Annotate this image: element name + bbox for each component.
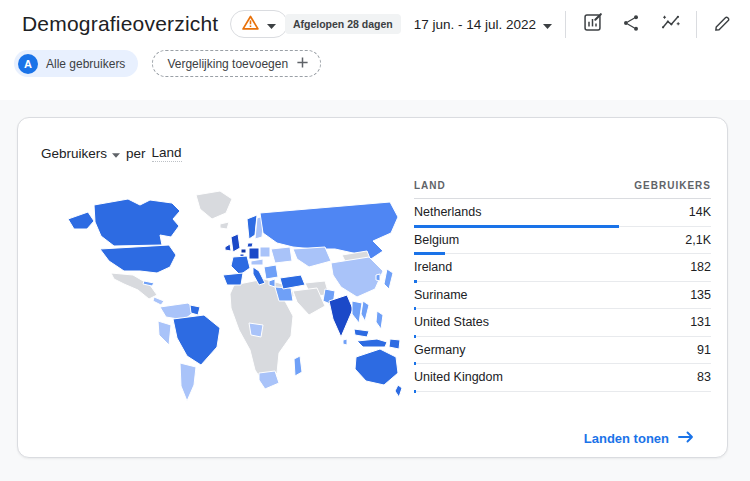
table-row: Suriname 135 <box>414 282 711 310</box>
chevron-down-icon <box>112 146 120 161</box>
map-region-greenland[interactable] <box>196 191 232 219</box>
map-region-nigeria[interactable] <box>249 323 263 337</box>
map-region-vietnam[interactable] <box>361 301 369 321</box>
dimension-prefix: per <box>126 146 146 161</box>
map-region-australia[interactable] <box>355 349 398 385</box>
map-region-brazil[interactable] <box>173 315 220 365</box>
map-region-ireland[interactable] <box>225 244 231 251</box>
country-name: Suriname <box>414 288 468 302</box>
map-region-india[interactable] <box>329 295 353 337</box>
toolbar-divider <box>696 11 697 38</box>
metric-selector[interactable]: Gebruikers <box>41 146 120 161</box>
users-value: 83 <box>697 370 711 384</box>
map-region-united-states[interactable] <box>100 245 176 273</box>
data-quality-dropdown[interactable] <box>230 10 288 38</box>
customize-report-button[interactable] <box>579 11 605 37</box>
country-name: Germany <box>414 343 465 357</box>
map-region-china[interactable] <box>331 257 383 297</box>
map-region-alps[interactable] <box>251 259 263 265</box>
country-name: United Kingdom <box>414 370 503 384</box>
map-region-united-kingdom[interactable] <box>231 234 240 252</box>
map-region-alaska[interactable] <box>68 212 94 229</box>
page-header-right: Afgelopen 28 dagen 17 jun. - 14 jul. 202… <box>285 9 736 39</box>
table-row: Netherlands 14K <box>414 199 711 227</box>
dimension-selector[interactable]: Land <box>152 145 182 162</box>
map-region-sri-lanka[interactable] <box>343 339 347 345</box>
table-row: Belgium 2,1K <box>414 227 711 255</box>
page-title: Demografieoverzicht <box>22 12 218 36</box>
map-region-balkans[interactable] <box>264 265 278 279</box>
column-header-land: LAND <box>414 180 446 191</box>
map-region-peru[interactable] <box>158 321 171 345</box>
insights-icon <box>660 12 681 36</box>
map-region-greece[interactable] <box>269 279 275 287</box>
map-region-suriname-guyana[interactable] <box>190 305 200 315</box>
map-region-japan[interactable] <box>384 269 393 289</box>
warning-triangle-icon <box>242 15 259 34</box>
chevron-down-icon <box>267 15 276 33</box>
date-range-selector[interactable]: 17 jun. - 14 jul. 2022 <box>414 17 552 32</box>
country-name: United States <box>414 315 489 329</box>
add-comparison-label: Vergelijking toevoegen <box>167 57 288 71</box>
country-name: Netherlands <box>414 205 481 219</box>
map-region-thailand[interactable] <box>352 301 362 323</box>
map-region-malaysia[interactable] <box>354 329 369 337</box>
map-region-germany[interactable] <box>249 248 259 259</box>
add-comparison-chip[interactable]: Vergelijking toevoegen <box>152 50 321 77</box>
map-region-central-america[interactable] <box>153 297 164 305</box>
map-region-poland[interactable] <box>260 247 270 257</box>
users-value: 2,1K <box>685 233 711 247</box>
country-table: LAND GEBRUIKERS Netherlands 14K Belgium … <box>414 175 711 392</box>
map-region-philippines[interactable] <box>376 311 383 329</box>
chevron-down-icon <box>543 17 552 32</box>
country-table-body: Netherlands 14K Belgium 2,1K Ireland 182… <box>414 199 711 392</box>
users-bar <box>414 390 416 393</box>
table-row: Germany 91 <box>414 337 711 365</box>
world-map[interactable] <box>54 188 406 406</box>
map-region-iceland[interactable] <box>220 222 229 229</box>
show-countries-label: Landen tonen <box>584 431 669 446</box>
map-region-canada[interactable] <box>94 199 180 246</box>
toolbar-divider <box>565 11 566 38</box>
share-icon <box>621 13 641 36</box>
card-title: Gebruikers per Land <box>41 145 182 162</box>
segment-avatar: A <box>18 54 38 74</box>
plus-icon <box>296 55 309 73</box>
map-region-kazakhstan[interactable] <box>293 247 331 267</box>
map-region-south-africa[interactable] <box>259 371 279 389</box>
map-region-argentina[interactable] <box>180 363 196 401</box>
users-by-country-card: Gebruikers per Land <box>17 117 728 458</box>
map-region-netherlands[interactable] <box>241 249 246 253</box>
country-table-header: LAND GEBRUIKERS <box>414 175 711 199</box>
users-value: 14K <box>689 205 711 219</box>
map-region-denmark[interactable] <box>247 243 253 247</box>
map-region-south-korea[interactable] <box>376 274 380 281</box>
edit-report-button[interactable] <box>710 11 736 37</box>
column-header-gebruikers: GEBRUIKERS <box>634 180 711 191</box>
country-name: Ireland <box>414 260 452 274</box>
map-region-turkey[interactable] <box>280 275 305 289</box>
map-region-new-zealand[interactable] <box>395 385 402 397</box>
map-region-madagascar[interactable] <box>294 356 302 376</box>
map-region-ukraine[interactable] <box>271 247 292 263</box>
map-region-spain[interactable] <box>223 273 243 285</box>
all-users-segment-chip[interactable]: A Alle gebruikers <box>14 50 138 77</box>
table-row: United States 131 <box>414 309 711 337</box>
map-region-france[interactable] <box>231 256 250 275</box>
table-row: Ireland 182 <box>414 254 711 282</box>
insights-button[interactable] <box>657 11 683 37</box>
users-value: 182 <box>690 260 711 274</box>
users-value: 91 <box>697 343 711 357</box>
customize-report-icon <box>582 12 603 36</box>
country-name: Belgium <box>414 233 459 247</box>
show-countries-link[interactable]: Landen tonen <box>584 431 694 446</box>
users-value: 131 <box>690 315 711 329</box>
share-report-button[interactable] <box>618 11 644 37</box>
page-header-left: Demografieoverzicht <box>22 8 288 40</box>
map-region-indonesia[interactable] <box>357 339 387 347</box>
map-region-papua[interactable] <box>389 339 400 349</box>
arrow-right-icon <box>678 431 694 446</box>
segment-label: Alle gebruikers <box>46 57 125 71</box>
table-row: United Kingdom 83 <box>414 364 711 392</box>
segment-chips-row: A Alle gebruikers Vergelijking toevoegen <box>14 50 321 77</box>
